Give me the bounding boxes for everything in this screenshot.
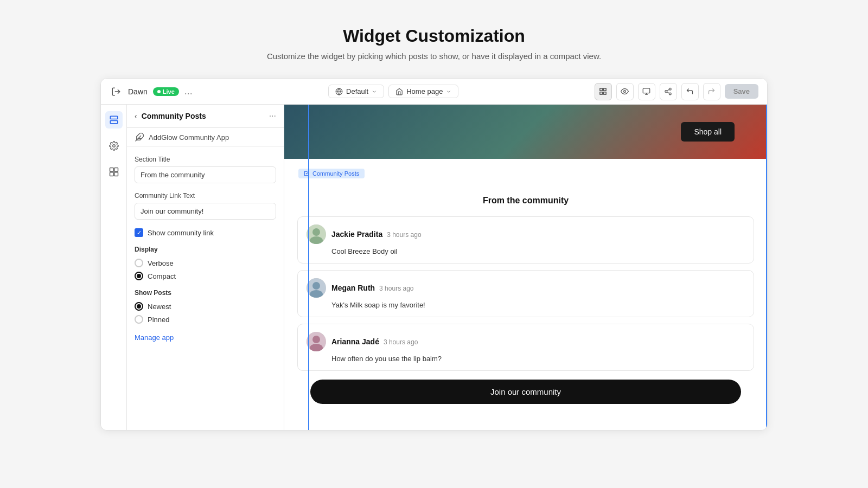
desktop-icon-button[interactable] xyxy=(638,83,655,100)
svg-point-32 xyxy=(312,336,320,343)
post-content: Cool Breeze Body oil xyxy=(307,247,745,255)
newest-radio-row[interactable]: Newest xyxy=(135,302,276,311)
svg-line-14 xyxy=(667,92,669,93)
sidebar-icons xyxy=(101,105,127,430)
redo-icon xyxy=(707,87,716,95)
newest-radio[interactable] xyxy=(135,302,143,311)
undo-button[interactable] xyxy=(681,83,699,100)
svg-point-11 xyxy=(669,88,672,90)
eye-icon xyxy=(621,87,629,95)
svg-point-18 xyxy=(112,145,115,147)
show-community-link-checkbox[interactable]: ✓ xyxy=(135,228,143,237)
pinned-label: Pinned xyxy=(148,316,169,324)
live-label: Live xyxy=(163,88,175,95)
desktop-icon xyxy=(642,87,650,95)
shop-all-button[interactable]: Shop all xyxy=(681,122,735,142)
verbose-label: Verbose xyxy=(148,259,174,267)
post-content: Yak's Milk soap is my favorite! xyxy=(307,301,745,309)
panel-more-button[interactable]: ··· xyxy=(269,111,276,121)
post-time: 3 hours ago xyxy=(384,338,418,346)
post-time: 3 hours ago xyxy=(379,285,413,292)
layout-icon xyxy=(599,87,607,95)
checkmark-icon: ✓ xyxy=(137,229,142,236)
share-icon xyxy=(664,87,672,95)
post-meta: Jackie Pradita 3 hours ago xyxy=(331,230,422,239)
post-card: Megan Ruth 3 hours ago Yak's Milk soap i… xyxy=(297,270,754,317)
more-options-button[interactable]: ... xyxy=(184,86,193,97)
svg-rect-5 xyxy=(604,92,606,94)
top-bar-right: Save xyxy=(595,83,758,100)
posts-container: Jackie Pradita 3 hours ago Cool Breeze B… xyxy=(297,216,754,371)
community-link-group: Community Link Text xyxy=(135,192,276,220)
redo-button[interactable] xyxy=(703,83,720,100)
join-community-button[interactable]: Join our community xyxy=(310,380,741,404)
community-link-label: Community Link Text xyxy=(135,192,276,200)
svg-point-7 xyxy=(624,91,626,93)
sidebar-icon-sections[interactable] xyxy=(105,111,123,129)
svg-rect-16 xyxy=(110,116,118,119)
pinned-radio[interactable] xyxy=(135,315,143,324)
save-button[interactable]: Save xyxy=(725,84,758,99)
apps-icon xyxy=(109,167,119,177)
verbose-radio[interactable] xyxy=(135,259,143,267)
sidebar-icon-settings[interactable] xyxy=(105,137,123,155)
show-community-link-row[interactable]: ✓ Show community link xyxy=(135,228,276,237)
home-icon xyxy=(395,88,403,95)
default-label: Default xyxy=(346,87,368,95)
panel-back-button[interactable]: ‹ xyxy=(135,112,137,120)
compact-label: Compact xyxy=(148,272,176,280)
show-posts-radio-group: Newest Pinned xyxy=(135,302,276,324)
post-header: Megan Ruth 3 hours ago xyxy=(307,278,745,298)
panel: ‹ Community Posts ··· AddGlow Community … xyxy=(127,105,284,430)
display-group: Display Verbose Compact xyxy=(135,246,276,280)
compact-radio[interactable] xyxy=(135,272,143,280)
top-bar-left: Dawn Live ... xyxy=(110,85,193,98)
layout-icon-button[interactable] xyxy=(595,83,612,100)
post-author: Megan Ruth xyxy=(331,284,375,292)
section-title-input[interactable] xyxy=(135,166,276,183)
chevron-down-icon xyxy=(372,89,377,94)
app-frame: Dawn Live ... Default Home page xyxy=(100,78,768,431)
section-tag-label: Community Posts xyxy=(312,170,359,177)
manage-app-link[interactable]: Manage app xyxy=(135,333,174,342)
sections-icon xyxy=(109,115,119,125)
share-icon-button[interactable] xyxy=(660,83,677,100)
top-bar: Dawn Live ... Default Home page xyxy=(101,79,767,105)
community-link-input[interactable] xyxy=(135,203,276,220)
svg-rect-8 xyxy=(643,88,650,93)
post-meta: Megan Ruth 3 hours ago xyxy=(331,284,414,292)
display-section-label: Display xyxy=(135,246,276,253)
post-card: Jackie Pradita 3 hours ago Cool Breeze B… xyxy=(297,216,754,264)
svg-rect-19 xyxy=(110,168,113,172)
default-dropdown[interactable]: Default xyxy=(328,85,384,98)
panel-header: ‹ Community Posts ··· xyxy=(127,105,284,128)
sidebar-icon-apps[interactable] xyxy=(105,163,123,181)
post-avatar xyxy=(307,332,326,351)
compact-radio-row[interactable]: Compact xyxy=(135,272,276,280)
post-avatar xyxy=(307,278,326,298)
svg-rect-4 xyxy=(604,88,606,91)
svg-point-12 xyxy=(665,91,667,93)
verbose-radio-row[interactable]: Verbose xyxy=(135,259,276,267)
eye-icon-button[interactable] xyxy=(616,83,634,100)
post-avatar xyxy=(307,224,326,244)
preview: Shop all Community Posts From the commun… xyxy=(284,105,767,430)
tag-icon xyxy=(304,171,309,176)
community-heading: From the community xyxy=(297,196,754,206)
homepage-dropdown[interactable]: Home page xyxy=(388,85,458,98)
live-badge: Live xyxy=(153,87,179,96)
settings-icon xyxy=(109,141,119,151)
panel-app-row: AddGlow Community App xyxy=(127,128,284,147)
newest-radio-inner xyxy=(137,304,141,309)
exit-icon[interactable] xyxy=(110,85,123,98)
pinned-radio-row[interactable]: Pinned xyxy=(135,315,276,324)
svg-rect-6 xyxy=(600,92,602,94)
undo-icon xyxy=(686,87,694,95)
post-author: Jackie Pradita xyxy=(331,230,382,239)
svg-rect-20 xyxy=(114,168,118,172)
svg-point-26 xyxy=(312,228,320,236)
show-community-link-label: Show community link xyxy=(148,229,214,237)
post-meta: Arianna Jadé 3 hours ago xyxy=(331,337,418,346)
show-posts-group: Show Posts Newest Pinned xyxy=(135,289,276,324)
globe-icon xyxy=(335,88,343,95)
